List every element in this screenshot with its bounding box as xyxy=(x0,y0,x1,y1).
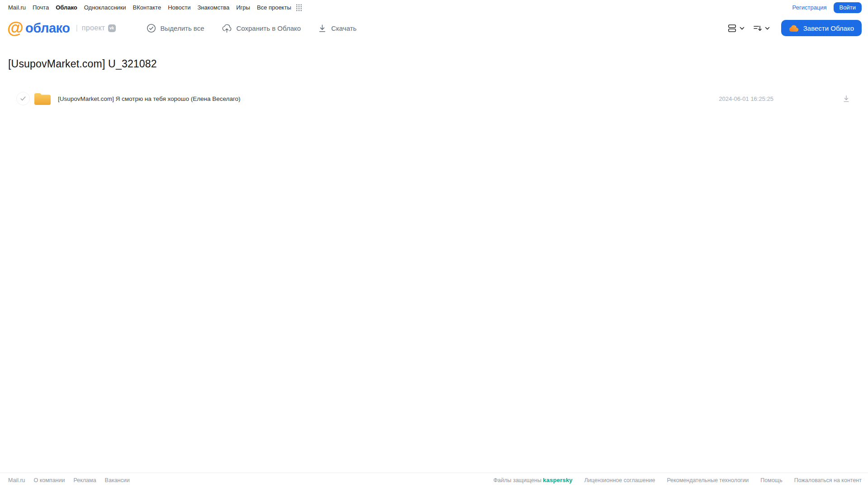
footer-link-license[interactable]: Лицензионное соглашение xyxy=(584,477,655,483)
nav-item-pochta[interactable]: Почта xyxy=(33,4,49,11)
file-row[interactable]: [UsupovMarket.com] Я смотрю на тебя хоро… xyxy=(0,88,868,109)
nav-item-vse-proekty[interactable]: Все проекты xyxy=(257,4,291,11)
nav-item-igry[interactable]: Игры xyxy=(236,4,250,11)
login-button[interactable]: Войти xyxy=(834,2,862,13)
view-mode-dropdown[interactable] xyxy=(727,24,745,33)
cloud-upload-icon xyxy=(222,24,232,33)
cloud-orange-icon xyxy=(789,24,799,32)
vk-project-label: проект xyxy=(82,24,105,32)
file-name-link[interactable]: [UsupovMarket.com] Я смотрю на тебя хоро… xyxy=(58,95,241,102)
create-cloud-label: Завести Облако xyxy=(803,24,854,32)
download-button[interactable]: Скачать xyxy=(318,24,356,33)
nav-item-znakomstva[interactable]: Знакомства xyxy=(197,4,229,11)
footer-link-help[interactable]: Помощь xyxy=(760,477,782,483)
save-to-cloud-label: Сохранить в Облако xyxy=(237,24,301,32)
create-cloud-button[interactable]: Завести Облако xyxy=(781,20,862,36)
sort-dropdown[interactable] xyxy=(753,24,770,33)
app-header: @ облако | проект vk Выделить все Сохран… xyxy=(0,12,868,44)
footer-link-jobs[interactable]: Вакансии xyxy=(105,477,130,483)
download-icon xyxy=(318,24,327,33)
check-circle-icon xyxy=(147,24,156,33)
logo-divider: | xyxy=(76,24,77,33)
portal-nav-auth: Регистрация Войти xyxy=(792,2,862,13)
logo-wordmark: облако xyxy=(25,21,70,36)
footer-link-report-content[interactable]: Пожаловаться на контент xyxy=(794,477,862,483)
registration-link[interactable]: Регистрация xyxy=(792,4,827,11)
row-checkbox[interactable] xyxy=(16,92,30,105)
file-date: 2024-06-01 16:25:25 xyxy=(719,95,773,102)
protected-prefix: Файлы защищены xyxy=(493,477,541,483)
folder-icon xyxy=(33,92,52,106)
main-content: [UsupovMarket.com] U_321082 [UsupovMarke… xyxy=(0,57,868,109)
nav-item-novosti[interactable]: Новости xyxy=(168,4,190,11)
row-download-icon[interactable] xyxy=(842,95,850,103)
page-title: [UsupovMarket.com] U_321082 xyxy=(8,57,868,70)
portal-nav: Mail.ru Почта Облако Одноклассники ВКонт… xyxy=(0,0,868,12)
file-toolbar: Выделить все Сохранить в Облако Скачать xyxy=(147,24,357,33)
view-mode-icon xyxy=(727,24,737,33)
footer-left-links: Mail.ru О компании Реклама Вакансии xyxy=(8,477,130,483)
save-to-cloud-button[interactable]: Сохранить в Облако xyxy=(222,24,301,33)
cloud-logo[interactable]: @ облако | проект vk xyxy=(7,20,116,36)
download-label: Скачать xyxy=(331,24,356,32)
header-right-controls: Завести Облако xyxy=(727,20,862,36)
nav-item-mailru[interactable]: Mail.ru xyxy=(8,4,26,11)
portal-nav-links: Mail.ru Почта Облако Одноклассники ВКонт… xyxy=(8,4,302,11)
footer-link-ads[interactable]: Реклама xyxy=(73,477,96,483)
nav-item-oblako[interactable]: Облако xyxy=(56,4,77,11)
kaspersky-logo: kaspersky xyxy=(543,477,572,483)
chevron-down-icon xyxy=(739,25,745,31)
kaspersky-protection-label: Файлы защищены kaspersky xyxy=(493,477,573,483)
page-footer: Mail.ru О компании Реклама Вакансии Файл… xyxy=(0,473,868,488)
select-all-label: Выделить все xyxy=(161,24,204,32)
nav-item-vkontakte[interactable]: ВКонтакте xyxy=(133,4,161,11)
footer-link-mailru[interactable]: Mail.ru xyxy=(8,477,25,483)
apps-grid-icon[interactable] xyxy=(296,4,302,11)
footer-link-about[interactable]: О компании xyxy=(34,477,65,483)
vk-logo-icon: vk xyxy=(108,24,116,32)
chevron-down-icon xyxy=(764,25,770,31)
footer-link-recommendation-tech[interactable]: Рекомендательные технологии xyxy=(667,477,749,483)
mailru-at-icon: @ xyxy=(7,20,23,36)
select-all-button[interactable]: Выделить все xyxy=(147,24,204,33)
sort-icon xyxy=(753,24,762,33)
footer-right-links: Файлы защищены kaspersky Лицензионное со… xyxy=(493,477,862,483)
nav-item-odnoklassniki[interactable]: Одноклассники xyxy=(84,4,126,11)
